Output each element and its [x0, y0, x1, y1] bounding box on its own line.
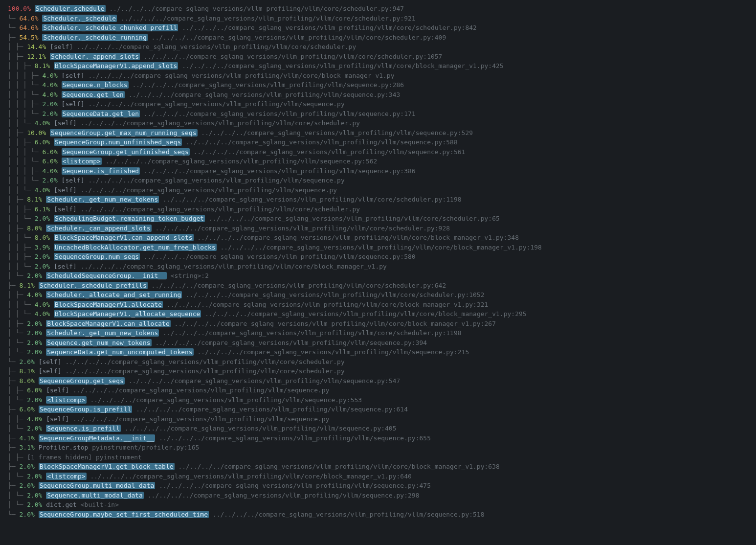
source-location: ../../../../compare_sglang_versions/vllm…	[81, 263, 387, 270]
profiler-row[interactable]: │ │ └─ 2.0% SchedulingBudget.remaining_t…	[8, 214, 756, 224]
profiler-row[interactable]: │ └─ 2.0% SequenceData.get_num_uncompute…	[8, 347, 756, 357]
profiler-row[interactable]: │ │ ├─ 6.0% SequenceGroup.num_unfinished…	[8, 137, 756, 147]
function-name: [self]	[39, 358, 62, 365]
profiler-row[interactable]: │ └─ 2.0% dict.get <built-in>	[8, 500, 756, 510]
profiler-row[interactable]: ├─ 2.0% SequenceGroup.multi_modal_data .…	[8, 481, 756, 491]
profiler-row[interactable]: │ │ │ └─ 2.0% SequenceData.get_len ../..…	[8, 109, 756, 119]
percent-label: 2.0%	[27, 396, 42, 404]
function-name: [self]	[62, 100, 85, 108]
percent-label: 100.0%	[8, 5, 31, 12]
source-location: ../../../../compare_sglang_versions/vllm…	[159, 482, 431, 489]
tree-pipes: │ ├─	[8, 196, 27, 203]
percent-label: 8.1%	[19, 367, 34, 375]
profiler-row[interactable]: │ │ └─ 4.0% BlockSpaceManagerV1.allocate…	[8, 300, 756, 310]
profiler-row[interactable]: ├─ 54.5% Scheduler._schedule_running ../…	[8, 33, 756, 43]
profiler-row[interactable]: │ │ ├─ 2.0% SequenceGroup.num_seqs ../..…	[8, 252, 756, 262]
profiler-row[interactable]: │ │ ├─ 8.1% BlockSpaceManagerV1.append_s…	[8, 61, 756, 71]
profiler-row[interactable]: │ └─ 2.0% <listcomp> ../../../../compare…	[8, 395, 756, 405]
tree-pipes: │ │ └─	[8, 301, 35, 308]
profiler-row[interactable]: │ │ │ └─ 4.0% Sequence.n_blocks ../../..…	[8, 80, 756, 90]
profiler-row[interactable]: ├─ 2.0% BlockSpaceManagerV1.get_block_ta…	[8, 462, 756, 472]
function-name: BlockSpaceManagerV1.allocate	[54, 301, 163, 308]
profiler-row[interactable]: │ │ └─ 4.0% [self] ../../../../compare_s…	[8, 118, 756, 128]
percent-label: 64.6%	[19, 15, 38, 22]
profiler-row[interactable]: │ │ │ ├─ 2.0% [self] ../../../../compare…	[8, 99, 756, 109]
profiler-row[interactable]: │ ├─ 6.0% [self] ../../../../compare_sgl…	[8, 386, 756, 395]
profiler-row[interactable]: └─ 64.6% Scheduler._schedule ../../../..…	[8, 14, 756, 23]
profiler-row[interactable]: ├─ 8.1% [self] ../../../../compare_sglan…	[8, 366, 756, 376]
tree-pipes: │ │ ├─	[8, 138, 35, 146]
percent-label: 10.0%	[27, 129, 46, 136]
source-location: ../../../../compare_sglang_versions/vllm…	[136, 406, 408, 413]
tree-pipes: │ │ ├─	[8, 62, 35, 69]
tree-pipes: │ │ └─	[8, 186, 35, 194]
source-location: ../../../../compare_sglang_versions/vllm…	[73, 386, 329, 394]
tree-pipes: │ │ │ └─	[8, 91, 42, 98]
profiler-row[interactable]: │ │ │ ├─ 4.0% Sequence.is_finished ../..…	[8, 166, 756, 176]
profiler-row[interactable]: │ │ ├─ 3.9% UncachedBlockAllocator.get_n…	[8, 243, 756, 252]
function-name: [self]	[50, 43, 73, 50]
source-location: ../../../../compare_sglang_versions/vllm…	[90, 396, 362, 404]
percent-label: 6.1%	[35, 205, 50, 213]
profiler-row[interactable]: │ │ │ ├─ 4.0% [self] ../../../../compare…	[8, 71, 756, 81]
profiler-row[interactable]: │ ├─ 14.4% [self] ../../../../compare_sg…	[8, 42, 756, 52]
percent-label: 2.0%	[27, 348, 42, 356]
profiler-row[interactable]: │ └─ 2.0% Scheduler._get_num_new_tokens …	[8, 328, 756, 338]
profiler-row[interactable]: │ │ ├─ 6.1% [self] ../../../../compare_s…	[8, 204, 756, 214]
profiler-row[interactable]: │ │ │ └─ 4.0% Sequence.get_len ../../../…	[8, 90, 756, 100]
profiler-row[interactable]: │ │ └─ 4.0% [self] ../../../../compare_s…	[8, 185, 756, 195]
source-location: pyinstrument/profiler.py:165	[92, 444, 199, 451]
profiler-row[interactable]: └─ 2.0% SequenceGroup.maybe_set_first_sc…	[8, 510, 756, 520]
profiler-row[interactable]: │ ├─ [1 frames hidden] pyinstrument	[8, 453, 756, 462]
source-location: ../../../../compare_sglang_versions/vllm…	[175, 320, 496, 327]
percent-label: 2.0%	[27, 339, 42, 346]
profiler-row[interactable]: │ ├─ 2.0% BlockSpaceManagerV1.can_alloca…	[8, 319, 756, 329]
source-location: ../../../../compare_sglang_versions/vllm…	[201, 129, 473, 136]
profiler-row[interactable]: │ └─ 2.0% Sequence.get_num_new_tokens ..…	[8, 338, 756, 348]
function-name: SequenceData.get_num_uncomputed_tokens	[46, 348, 193, 356]
profiler-row[interactable]: ├─ 8.0% SequenceGroup.get_seqs ../../../…	[8, 376, 756, 386]
profiler-row[interactable]: │ │ └─ 2.0% [self] ../../../../compare_s…	[8, 262, 756, 272]
profiler-row[interactable]: │ └─ 2.0% ScheduledSequenceGroup.__init_…	[8, 271, 756, 281]
tree-pipes: └─	[8, 511, 19, 518]
profiler-row[interactable]: │ │ └─ 4.0% BlockSpaceManagerV1._allocat…	[8, 309, 756, 319]
profiler-row[interactable]: │ └─ 2.0% Sequence.multi_modal_data ../.…	[8, 491, 756, 500]
function-name: [self]	[62, 72, 85, 79]
function-name: SequenceGroup.get_unfinished_seqs	[62, 148, 190, 156]
source-location: ../../../../compare_sglang_versions/vllm…	[186, 291, 484, 298]
source-location: ../../../../compare_sglang_versions/vllm…	[129, 91, 400, 98]
profiler-row[interactable]: │ │ │ └─ 6.0% <listcomp> ../../../../com…	[8, 157, 756, 166]
percent-label: 12.1%	[27, 53, 46, 60]
profiler-row[interactable]: │ ├─ 12.1% Scheduler._append_slots ../..…	[8, 52, 756, 62]
profiler-row[interactable]: 100.0% Scheduler.schedule ../../../../co…	[8, 4, 756, 14]
profiler-row[interactable]: ├─ 3.1% Profiler.stop pyinstrument/profi…	[8, 443, 756, 453]
profiler-row[interactable]: │ ├─ 8.0% Scheduler._can_append_slots ..…	[8, 224, 756, 233]
function-name: SequenceData.get_len	[62, 110, 140, 117]
profiler-row[interactable]: ├─ 8.1% Scheduler._schedule_prefills ../…	[8, 281, 756, 291]
profiler-row[interactable]: │ └─ 2.0% Sequence.is_prefill ../../../.…	[8, 424, 756, 433]
profiler-row[interactable]: │ │ │ └─ 6.0% SequenceGroup.get_unfinish…	[8, 147, 756, 157]
profiler-row[interactable]: │ ├─ 10.0% SequenceGroup.get_max_num_run…	[8, 128, 756, 138]
profiler-row[interactable]: └─ 64.6% Scheduler._schedule_chunked_pre…	[8, 23, 756, 33]
percent-label: 2.0%	[19, 511, 34, 518]
source-location: ../../../../compare_sglang_versions/vllm…	[213, 511, 485, 518]
tree-pipes: │ │ │ └─	[8, 110, 42, 117]
profiler-row[interactable]: │ ├─ 4.0% Scheduler._allocate_and_set_ru…	[8, 290, 756, 300]
profiler-row[interactable]: │ └─ 2.0% <listcomp> ../../../../compare…	[8, 472, 756, 481]
function-name: dict.get	[46, 501, 77, 508]
profiler-row[interactable]: │ │ │ └─ 2.0% [self] ../../../../compare…	[8, 176, 756, 185]
function-name: Sequence.is_finished	[62, 167, 140, 175]
profiler-row[interactable]: └─ 2.0% [self] ../../../../compare_sglan…	[8, 357, 756, 367]
tree-pipes: │ │ ├─	[8, 244, 35, 251]
profiler-row[interactable]: ├─ 4.1% SequenceGroupMetadata.__init__ .…	[8, 433, 756, 443]
percent-label: 2.0%	[35, 253, 50, 260]
profiler-row[interactable]: ├─ 6.0% SequenceGroup.is_prefill ../../.…	[8, 405, 756, 414]
function-name: BlockSpaceManagerV1.get_block_table	[39, 463, 175, 470]
profiler-row[interactable]: │ ├─ 4.0% [self] ../../../../compare_sgl…	[8, 414, 756, 424]
tree-pipes: └─	[8, 24, 19, 31]
function-name: [self]	[54, 263, 77, 270]
profiler-row[interactable]: │ │ └─ 8.0% BlockSpaceManagerV1.can_appe…	[8, 233, 756, 243]
profiler-row[interactable]: │ ├─ 8.1% Scheduler._get_num_new_tokens …	[8, 195, 756, 204]
source-location: ../../../../compare_sglang_versions/vllm…	[182, 62, 503, 69]
percent-label: 4.0%	[35, 310, 50, 318]
